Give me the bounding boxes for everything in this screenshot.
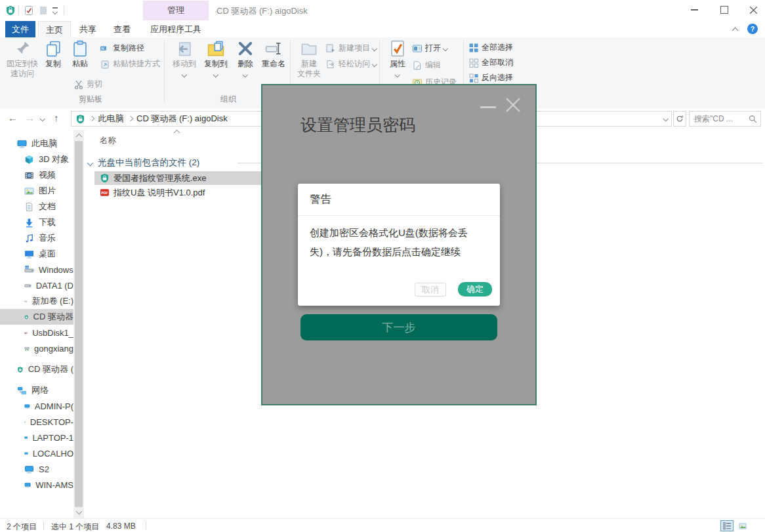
search-icon[interactable] — [749, 115, 757, 123]
tab-app-tools[interactable]: 应用程序工具 — [143, 21, 209, 37]
scroll-up-icon[interactable] — [76, 134, 83, 140]
sidebar-item[interactable]: CD 驱动器 ( — [0, 361, 73, 377]
maximize-button[interactable] — [709, 0, 739, 20]
new-folder-button[interactable]: 新建文件夹 — [294, 40, 324, 79]
divider — [298, 215, 500, 216]
music-icon — [24, 234, 34, 243]
sidebar-item[interactable]: DATA1 (D — [0, 277, 73, 293]
details-view-button[interactable] — [720, 520, 734, 531]
contextual-tab-manage[interactable]: 管理 — [143, 1, 209, 20]
sidebar-item[interactable]: ADMIN-P( — [0, 398, 73, 414]
sidebar-item[interactable]: DESKTOP- — [0, 414, 73, 430]
cancel-button[interactable]: 取消 — [415, 283, 446, 297]
back-button[interactable]: ← — [8, 112, 18, 123]
up-button[interactable]: ↑ — [54, 112, 59, 123]
column-header-name[interactable]: 名称 — [100, 135, 116, 146]
sidebar-item-label: S2 — [39, 464, 49, 474]
paste-icon — [72, 40, 89, 57]
sidebar-item-label: Windows — [39, 265, 73, 275]
dialog-close-button[interactable] — [504, 96, 522, 114]
scroll-down-icon[interactable] — [76, 508, 83, 515]
sidebar-item[interactable]: LOCALHO — [0, 445, 73, 461]
drive-win-icon — [24, 265, 34, 275]
select-all-button[interactable]: 全部选择 — [468, 42, 513, 53]
help-icon[interactable]: ? — [747, 24, 758, 36]
tab-home[interactable]: 主页 — [38, 21, 71, 38]
qat-newfolder-icon[interactable] — [38, 5, 49, 16]
sidebar-item[interactable]: 新加卷 (E:) — [0, 293, 73, 309]
refresh-button[interactable] — [673, 111, 686, 127]
file-group-header[interactable]: 光盘中当前包含的文件 (2) — [88, 157, 199, 169]
sidebar-item[interactable]: 桌面 — [0, 246, 73, 262]
tab-share[interactable]: 共享 — [72, 21, 104, 37]
breadcrumb-this-pc[interactable]: 此电脑 — [98, 113, 124, 125]
sidebar-item[interactable]: CD 驱动器 — [0, 309, 73, 325]
warning-message: 创建加密区会格式化U盘(数据将会丢失)，请先备份数据后点击确定继续 — [310, 223, 489, 261]
sidebar-scrollbar[interactable] — [73, 130, 84, 518]
cut-button[interactable]: 剪切 — [73, 79, 102, 90]
sidebar-item[interactable]: 此电脑 — [0, 136, 73, 152]
scrollbar-thumb[interactable] — [75, 141, 83, 507]
sidebar-item[interactable]: gongxiang — [0, 340, 73, 356]
rename-button[interactable]: 重命名 — [258, 40, 289, 69]
paste-button[interactable]: 粘贴 — [67, 40, 93, 69]
sidebar-item[interactable]: 网络 — [0, 382, 73, 398]
easy-access-button[interactable]: 轻松访问 — [325, 58, 377, 70]
minimize-button[interactable] — [680, 0, 709, 20]
sidebar-item-label: 视频 — [39, 169, 56, 181]
next-step-button[interactable]: 下一步 — [300, 314, 497, 340]
sidebar-item[interactable]: 3D 对象 — [0, 152, 73, 167]
invert-selection-button[interactable]: 反向选择 — [468, 72, 513, 83]
pc-icon — [24, 401, 30, 411]
ok-button[interactable]: 确定 — [458, 282, 492, 297]
search-input[interactable] — [693, 113, 746, 124]
sidebar-item[interactable]: S2 — [0, 461, 73, 477]
sidebar-item[interactable]: WIN-AMS — [0, 477, 73, 493]
sidebar-item-label: WIN-AMS — [35, 480, 73, 490]
dialog-minimize-button[interactable] — [480, 106, 496, 108]
sidebar-item[interactable]: 音乐 — [0, 230, 73, 246]
collapse-ribbon-icon[interactable] — [732, 28, 739, 34]
sidebar-item[interactable]: 图片 — [0, 183, 73, 199]
invert-selection-icon — [468, 73, 479, 83]
paste-shortcut-button[interactable]: 粘贴快捷方式 — [100, 58, 160, 70]
copy-to-button[interactable]: 复制到 — [201, 40, 231, 79]
qat-properties-icon[interactable] — [24, 5, 34, 16]
sidebar-item[interactable]: 下载 — [0, 215, 73, 230]
sidebar-item[interactable]: UsbDisk1_ — [0, 325, 73, 340]
new-item-button[interactable]: 新建项目 — [325, 43, 377, 54]
breadcrumb-current[interactable]: CD 驱动器 (F:) aigoDisk — [136, 113, 228, 125]
sidebar-item[interactable]: 文档 — [0, 199, 73, 215]
move-to-button[interactable]: 移动到 — [169, 40, 199, 79]
file-name: 指纹U盘 说明书V1.0.pdf — [114, 187, 205, 199]
edit-icon — [412, 60, 423, 71]
tab-file[interactable]: 文件 — [5, 21, 35, 37]
sidebar-item[interactable]: 视频 — [0, 167, 73, 183]
warning-title: 警告 — [310, 192, 331, 207]
copy-path-button[interactable]: W..复制路径 — [100, 43, 144, 54]
sidebar-item[interactable]: LAPTOP-1 — [0, 430, 73, 445]
title-bar: 管理 CD 驱动器 (F:) aigoDisk — [0, 0, 765, 21]
sidebar-item-label: 此电脑 — [31, 138, 57, 150]
delete-button[interactable]: 删除 — [232, 40, 258, 79]
sidebar-item[interactable]: Windows — [0, 262, 73, 277]
forward-button[interactable]: → — [25, 112, 35, 123]
pin-to-quick-access-button[interactable]: 固定到快速访问 — [4, 40, 41, 79]
select-none-button[interactable]: 全部取消 — [468, 57, 513, 68]
group-collapse-icon[interactable] — [87, 159, 94, 166]
sort-ascending-icon[interactable] — [174, 130, 180, 136]
recent-locations-icon[interactable] — [40, 116, 45, 121]
edit-button[interactable]: 编辑 — [412, 60, 441, 71]
copy-button[interactable]: 复制 — [41, 40, 66, 69]
properties-button[interactable]: 属性 — [384, 40, 411, 79]
close-button[interactable] — [739, 0, 765, 20]
sidebar-item-label: ADMIN-P( — [35, 401, 73, 411]
divider — [64, 5, 64, 15]
search-box[interactable] — [689, 111, 761, 127]
monitor-icon — [17, 139, 27, 149]
open-button[interactable]: 打开 — [412, 43, 447, 54]
thumbnails-view-button[interactable] — [736, 520, 749, 531]
tab-view[interactable]: 查看 — [106, 21, 138, 37]
address-dropdown-icon[interactable] — [663, 116, 668, 121]
file-row[interactable]: PDF指纹U盘 说明书V1.0.pdf — [94, 186, 205, 199]
